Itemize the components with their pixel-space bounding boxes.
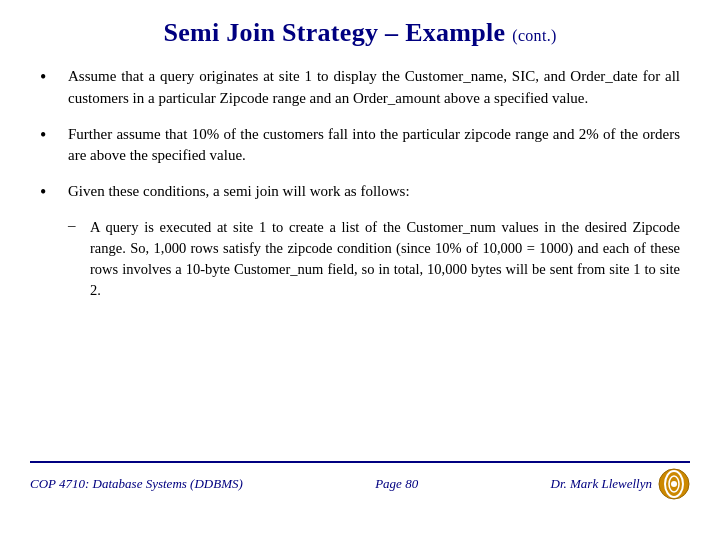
bullet-1: • Assume that a query originates at site…	[40, 66, 680, 110]
slide-content: • Assume that a query originates at site…	[30, 66, 690, 461]
title-cont: (cont.)	[512, 27, 556, 44]
bullet-2: • Further assume that 10% of the custome…	[40, 124, 680, 168]
bullet-3: • Given these conditions, a semi join wi…	[40, 181, 680, 203]
sub-text-1: A query is executed at site 1 to create …	[90, 217, 680, 301]
footer-author-area: Dr. Mark Llewellyn	[551, 468, 690, 500]
bullet-text-1: Assume that a query originates at site 1…	[68, 66, 680, 110]
bullet-text-3: Given these conditions, a semi join will…	[68, 181, 410, 203]
title-main: Semi Join Strategy – Example	[163, 18, 505, 47]
footer-author: Dr. Mark Llewellyn	[551, 476, 652, 492]
slide-footer: COP 4710: Database Systems (DDBMS) Page …	[30, 461, 690, 500]
bullet-symbol-3: •	[40, 181, 68, 203]
bullet-symbol-2: •	[40, 124, 68, 146]
svg-point-3	[671, 481, 677, 487]
bullet-text-2: Further assume that 10% of the customers…	[68, 124, 680, 168]
footer-course: COP 4710: Database Systems (DDBMS)	[30, 476, 243, 492]
bullet-symbol-1: •	[40, 66, 68, 88]
slide: Semi Join Strategy – Example (cont.) • A…	[0, 0, 720, 540]
sub-item-1: – A query is executed at site 1 to creat…	[68, 217, 680, 301]
footer-page: Page 80	[375, 476, 418, 492]
footer-logo	[658, 468, 690, 500]
slide-title: Semi Join Strategy – Example (cont.)	[30, 18, 690, 48]
dash-symbol-1: –	[68, 217, 90, 234]
